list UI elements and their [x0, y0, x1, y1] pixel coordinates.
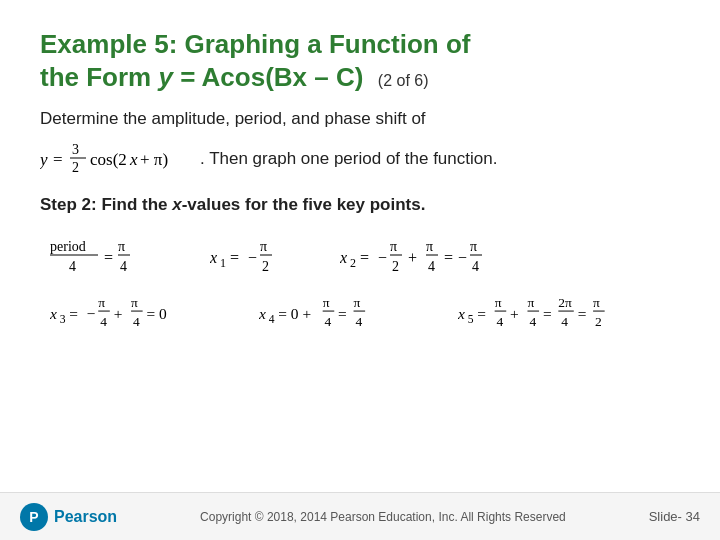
svg-text:=: = [543, 305, 552, 322]
svg-text:2: 2 [350, 256, 356, 270]
svg-text:4: 4 [472, 259, 479, 274]
svg-text:2: 2 [262, 259, 269, 274]
svg-text:π: π [98, 295, 105, 310]
eq-row-2: x 3 = − π 4 + π 4 = 0 x 4 = 0 + π [50, 289, 680, 337]
svg-text:4: 4 [561, 315, 568, 330]
svg-text:x: x [259, 305, 266, 322]
svg-text:+: + [510, 305, 519, 322]
svg-text:=: = [444, 249, 453, 266]
svg-text:−: − [458, 249, 467, 266]
svg-text:π: π [118, 239, 125, 254]
title-line2: the Form y = Acos(Bx – C) (2 of 6) [40, 62, 429, 92]
equations-block: period 4 = π 4 x 1 = − π 2 [50, 233, 680, 337]
slide-number: Slide- 34 [649, 509, 700, 524]
title-line1: Example 5: Graphing a Function of [40, 29, 471, 59]
svg-text:4: 4 [133, 315, 140, 330]
pearson-circle-icon: P [20, 503, 48, 531]
svg-text:x: x [129, 150, 138, 169]
svg-text:+: + [408, 249, 417, 266]
slide-footer: P Pearson Copyright © 2018, 2014 Pearson… [0, 492, 720, 540]
svg-text:π: π [470, 239, 477, 254]
svg-text:2: 2 [392, 259, 399, 274]
svg-text:=: = [69, 305, 78, 322]
pearson-brand-name: Pearson [54, 508, 117, 526]
svg-text:=: = [578, 305, 587, 322]
svg-text:= 0 +: = 0 + [278, 305, 311, 322]
svg-text:4: 4 [120, 259, 127, 274]
formula-svg: y = 3 2 cos(2 x + π) [40, 137, 200, 181]
svg-text:4: 4 [324, 315, 331, 330]
slide-indicator: (2 of 6) [378, 72, 429, 89]
pearson-logo: P Pearson [20, 503, 117, 531]
svg-text:4: 4 [428, 259, 435, 274]
slide-container: Example 5: Graphing a Function of the Fo… [0, 0, 720, 540]
svg-text:3: 3 [60, 313, 66, 326]
svg-text:=: = [477, 305, 486, 322]
svg-text:4: 4 [269, 313, 275, 326]
subtitle-text: Determine the amplitude, period, and pha… [40, 109, 680, 129]
svg-text:π: π [323, 295, 330, 310]
then-text: . Then graph one period of the function. [200, 149, 497, 169]
svg-text:π: π [426, 239, 433, 254]
svg-text:x: x [340, 249, 347, 266]
x5-eq: x 5 = π 4 + π 4 = 2π 4 = π 2 [458, 289, 680, 337]
svg-text:4: 4 [69, 259, 76, 274]
x4-eq: x 4 = 0 + π 4 = π 4 [259, 289, 418, 337]
svg-text:4: 4 [100, 315, 107, 330]
x3-eq: x 3 = − π 4 + π 4 = 0 [50, 289, 219, 337]
x2-eq: x 2 = − π 2 + π 4 = − π 4 [340, 233, 530, 281]
svg-text:x: x [50, 305, 57, 322]
formula-line: y = 3 2 cos(2 x + π) . Then graph one pe… [40, 137, 680, 181]
svg-text:y: y [40, 150, 48, 169]
svg-text:+: + [114, 305, 123, 322]
svg-text:π: π [260, 239, 267, 254]
svg-text:=: = [338, 305, 347, 322]
svg-text:2π: 2π [558, 295, 572, 310]
svg-text:π: π [131, 295, 138, 310]
period-eq: period 4 = π 4 [50, 233, 170, 281]
step2-label: Step 2: Find the x-values for the five k… [40, 195, 680, 215]
svg-text:= 0: = 0 [146, 305, 167, 322]
svg-text:5: 5 [468, 313, 474, 326]
copyright-text: Copyright © 2018, 2014 Pearson Education… [117, 510, 649, 524]
svg-text:=: = [360, 249, 369, 266]
svg-text:π: π [593, 295, 600, 310]
svg-text:−: − [378, 249, 387, 266]
svg-text:4: 4 [355, 315, 362, 330]
svg-text:1: 1 [220, 256, 226, 270]
svg-text:=: = [53, 150, 63, 169]
svg-text:π: π [390, 239, 397, 254]
svg-text:π: π [528, 295, 535, 310]
eq-row-1: period 4 = π 4 x 1 = − π 2 [50, 233, 680, 281]
svg-text:x: x [458, 305, 465, 322]
svg-text:period: period [50, 239, 86, 254]
svg-text:=: = [230, 249, 239, 266]
svg-text:cos(2: cos(2 [90, 150, 127, 169]
svg-text:2: 2 [72, 160, 79, 175]
svg-text:+ π): + π) [140, 150, 168, 169]
svg-text:−: − [87, 305, 96, 322]
svg-text:4: 4 [497, 315, 504, 330]
svg-text:=: = [104, 249, 113, 266]
svg-text:x: x [210, 249, 217, 266]
svg-text:3: 3 [72, 142, 79, 157]
svg-text:4: 4 [529, 315, 536, 330]
svg-text:π: π [353, 295, 360, 310]
svg-text:2: 2 [595, 315, 602, 330]
slide-title: Example 5: Graphing a Function of the Fo… [40, 28, 680, 93]
x1-eq: x 1 = − π 2 [210, 233, 300, 281]
svg-text:−: − [248, 249, 257, 266]
svg-text:π: π [495, 295, 502, 310]
